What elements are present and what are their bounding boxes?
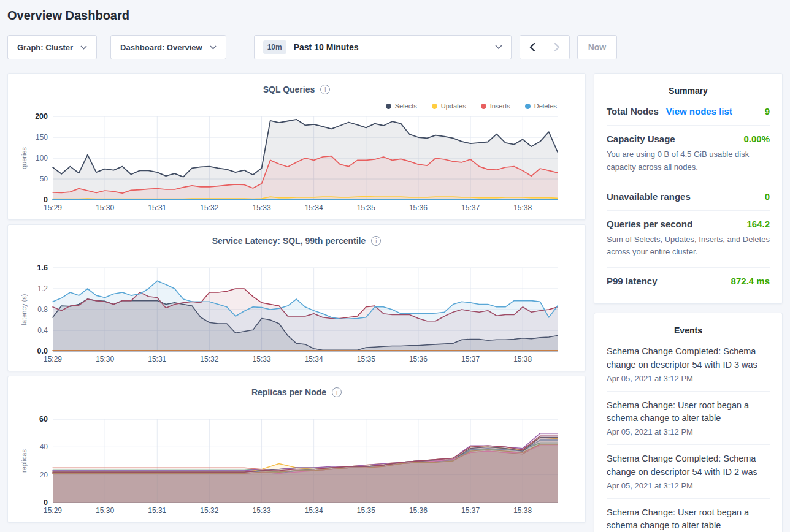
event-message: Schema Change: User root began a schema …: [607, 399, 770, 426]
svg-text:15:38: 15:38: [513, 355, 532, 363]
event-message: Schema Change Completed: Schema change o…: [607, 345, 770, 372]
summary-value: 0: [765, 191, 770, 202]
svg-text:15:32: 15:32: [200, 203, 218, 212]
svg-text:15:34: 15:34: [305, 203, 323, 212]
now-button[interactable]: Now: [577, 35, 618, 59]
svg-text:queries: queries: [20, 146, 28, 169]
next-range-button[interactable]: [545, 36, 569, 59]
chevron-left-icon: [529, 43, 535, 51]
graph-dropdown[interactable]: Graph: Cluster: [7, 35, 97, 59]
legend-item: Updates: [432, 102, 466, 110]
event-list-item[interactable]: Schema Change Completed: Schema change o…: [607, 338, 770, 392]
charts-column: SQL Queries i SelectsUpdatesInsertsDelet…: [7, 73, 586, 532]
chart-title: SQL Queries: [263, 85, 315, 94]
page-title: Overview Dashboard: [7, 9, 783, 23]
summary-subtext: You are using 0 B of 4.5 GiB usable disk…: [607, 148, 770, 174]
info-icon[interactable]: i: [371, 236, 381, 246]
chevron-right-icon: [554, 43, 560, 51]
sql-queries-plot[interactable]: 15:2915:3015:3115:3215:3315:3415:3515:36…: [8, 110, 586, 217]
view-nodes-list-link[interactable]: View nodes list: [666, 106, 732, 116]
summary-label: Total Nodes: [607, 106, 659, 116]
svg-text:15:32: 15:32: [200, 355, 218, 363]
legend-label: Deletes: [534, 102, 557, 110]
info-icon[interactable]: i: [332, 387, 342, 397]
overview-dashboard-page: Overview Dashboard Graph: Cluster Dashbo…: [0, 0, 790, 532]
event-list-item[interactable]: Schema Change: User root began a schema …: [607, 392, 770, 446]
legend-dot-icon: [481, 104, 486, 109]
summary-row-capacity-usage: Capacity Usage 0.00% You are using 0 B o…: [607, 126, 770, 183]
svg-text:15:34: 15:34: [305, 506, 323, 515]
time-range-label: Past 10 Minutes: [294, 42, 488, 52]
chevron-down-icon: [80, 45, 87, 50]
svg-text:15:30: 15:30: [96, 203, 114, 212]
chart-sql-queries: SQL Queries i SelectsUpdatesInsertsDelet…: [7, 73, 586, 220]
event-message: Schema Change Completed: Schema change o…: [607, 452, 770, 479]
legend-label: Inserts: [490, 102, 510, 110]
summary-value: 872.4 ms: [731, 276, 770, 286]
svg-text:150: 150: [36, 133, 48, 142]
event-timestamp: Apr 05, 2021 at 3:12 PM: [607, 427, 770, 436]
info-icon[interactable]: i: [320, 85, 330, 94]
chevron-down-icon: [495, 45, 502, 50]
svg-text:15:29: 15:29: [44, 506, 62, 515]
event-list-item[interactable]: Schema Change: User root began a schema …: [607, 499, 770, 532]
previous-range-button[interactable]: [520, 36, 545, 59]
svg-text:15:33: 15:33: [253, 355, 271, 363]
svg-text:0: 0: [44, 498, 48, 507]
replicas-per-node-plot[interactable]: 15:2915:3015:3115:3215:3315:3415:3515:36…: [8, 413, 586, 520]
chevron-down-icon: [210, 45, 217, 50]
svg-text:20: 20: [40, 471, 48, 479]
legend-item: Inserts: [481, 102, 510, 110]
svg-text:replicas: replicas: [20, 449, 28, 473]
svg-text:15:33: 15:33: [253, 506, 271, 515]
summary-row-p99-latency: P99 latency 872.4 ms: [607, 268, 770, 295]
summary-value: 9: [765, 106, 770, 116]
toolbar-divider: [239, 35, 239, 59]
summary-row-unavailable-ranges: Unavailable ranges 0: [607, 183, 770, 211]
legend-item: Deletes: [525, 102, 557, 110]
chart-title: Service Latency: SQL, 99th percentile: [212, 236, 366, 246]
right-sidebar: Summary Total Nodes View nodes list 9 Ca…: [594, 73, 783, 532]
svg-text:15:37: 15:37: [461, 203, 480, 212]
svg-text:15:38: 15:38: [513, 203, 532, 212]
svg-text:15:31: 15:31: [148, 203, 166, 212]
svg-text:15:34: 15:34: [305, 355, 323, 363]
summary-title: Summary: [607, 82, 770, 98]
svg-text:15:32: 15:32: [200, 506, 218, 515]
svg-text:40: 40: [40, 443, 48, 451]
summary-value: 164.2: [746, 219, 770, 229]
legend-dot-icon: [525, 104, 531, 109]
svg-text:15:37: 15:37: [461, 506, 480, 515]
svg-text:15:29: 15:29: [44, 355, 62, 363]
chart-legend: SelectsUpdatesInsertsDeletes: [386, 102, 557, 110]
svg-text:0: 0: [44, 196, 48, 204]
svg-text:15:31: 15:31: [148, 506, 166, 515]
time-step-buttons: [520, 35, 570, 59]
svg-text:15:35: 15:35: [357, 506, 375, 515]
event-list-item[interactable]: Schema Change Completed: Schema change o…: [607, 445, 770, 499]
svg-text:15:36: 15:36: [409, 355, 428, 363]
svg-text:15:31: 15:31: [148, 355, 166, 363]
svg-text:15:35: 15:35: [357, 355, 375, 363]
event-timestamp: Apr 05, 2021 at 3:12 PM: [607, 481, 770, 490]
summary-label: Capacity Usage: [607, 134, 675, 144]
graph-dropdown-label: Graph: Cluster: [17, 43, 73, 52]
svg-text:60: 60: [39, 415, 48, 424]
summary-row-queries-per-second: Queries per second 164.2 Sum of Selects,…: [607, 211, 770, 268]
event-timestamp: Apr 05, 2021 at 3:12 PM: [607, 374, 770, 383]
chart-title: Replicas per Node: [251, 387, 326, 397]
time-range-picker[interactable]: 10m Past 10 Minutes: [254, 35, 512, 59]
svg-text:15:35: 15:35: [357, 203, 375, 212]
dashboard-dropdown[interactable]: Dashboard: Overview: [110, 35, 226, 59]
service-latency-plot[interactable]: 15:2915:3015:3115:3215:3315:3415:3515:36…: [8, 262, 586, 368]
legend-dot-icon: [386, 104, 391, 109]
summary-label: Queries per second: [607, 219, 692, 229]
svg-text:15:30: 15:30: [96, 506, 114, 515]
svg-text:15:37: 15:37: [461, 355, 480, 363]
events-panel: Events Schema Change Completed: Schema c…: [594, 313, 783, 532]
svg-text:0.4: 0.4: [37, 326, 48, 335]
summary-panel: Summary Total Nodes View nodes list 9 Ca…: [594, 73, 783, 304]
svg-text:0.0: 0.0: [37, 347, 48, 355]
summary-subtext: Sum of Selects, Updates, Inserts, and De…: [607, 234, 770, 259]
chart-service-latency: Service Latency: SQL, 99th percentile i …: [7, 224, 586, 371]
